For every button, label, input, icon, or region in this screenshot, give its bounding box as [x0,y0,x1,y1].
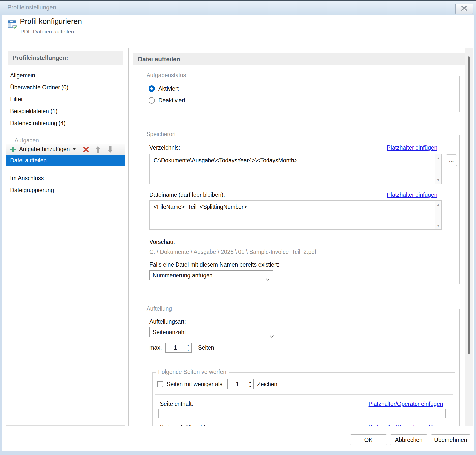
sidebar-item-dateigruppierung[interactable]: Dateigruppierung [6,184,125,196]
ellipsis-icon: ... [449,157,454,164]
delete-x-icon [82,146,89,153]
triangle-up-icon[interactable]: ▲ [435,203,441,207]
min-chars-unit-label: Zeichen [257,381,277,388]
chevron-down-icon [266,274,270,284]
scrollbar-thumb[interactable] [468,56,470,354]
apply-button[interactable]: Übernehmen [431,434,470,445]
split-type-label: Aufteilungsart: [149,318,186,325]
triangle-down-icon[interactable]: ▼ [435,224,441,228]
page-title: Profil konfigurieren [20,17,82,26]
titlebar: Profileinstellungen [0,1,476,15]
section-title: Datei aufteilen [133,53,465,65]
sidebar-item-allgemein[interactable]: Allgemein [6,69,125,81]
close-icon [461,6,467,12]
tasks-toolbar: Aufgabe hinzufügen [6,144,125,155]
placeholder-operator-link-not-contains[interactable]: Platzhalter/Operator einfügen [369,424,443,426]
page-contains-label: Seite enthält: [160,401,193,407]
sidebar-item-beispieldateien[interactable]: Beispieldateien (1) [6,105,125,117]
group-seiten-verwerfen-legend: Folgende Seiten verwerfen [156,369,229,375]
ok-button[interactable]: OK [350,434,387,445]
group-aufgabenstatus: Aufgabenstatus Aktiviert Deaktiviert [141,76,460,112]
radio-selected-icon[interactable] [149,85,155,92]
move-task-up-button[interactable] [95,146,101,153]
sidebar-item-datenextrahierung[interactable]: Datenextrahierung (4) [6,117,125,129]
min-chars-spinner[interactable]: 1 ▲ ▼ [227,379,254,389]
main-header-band: Datei aufteilen [133,53,465,65]
profile-settings-dialog: Profileinstellungen Profil konfigurieren… [0,0,476,455]
spinner-up-button[interactable]: ▲ [247,379,253,384]
preview-path: C: \ Dokumente \ Ausgabe \ 2026 \ 01 \ S… [149,249,316,255]
spinner-up-button[interactable]: ▲ [185,343,191,348]
close-button[interactable] [455,4,473,14]
placeholder-operator-link-contains[interactable]: Platzhalter/Operator einfügen [369,401,443,407]
panel-divider [128,48,129,426]
file-exists-label: Falls eine Datei mit diesem Namen bereit… [149,261,279,268]
directory-label: Verzeichnis: [149,144,180,151]
spinner-down-button[interactable]: ▼ [247,384,253,389]
radio-unselected-icon[interactable] [149,97,155,104]
group-aufgabenstatus-legend: Aufgabenstatus [144,72,189,79]
max-pages-spinner[interactable]: 1 ▲ ▼ [165,343,192,353]
page-not-contains-label: Seite enthält nicht: [160,424,207,426]
textbox-scrollbar[interactable]: ▲ ▼ [435,154,441,184]
contains-panel: Seite enthält: Platzhalter/Operator einf… [155,394,453,426]
filename-label: Dateiname (darf leer bleiben): [149,192,225,198]
delete-task-button[interactable] [82,146,89,153]
window-title: Profileinstellungen [7,1,56,14]
group-aufteilung: Aufteilung Aufteilungsart: Seitenanzahl … [141,309,460,426]
textbox-scrollbar[interactable]: ▲ ▼ [435,201,441,229]
triangle-up-icon[interactable]: ▲ [435,156,441,160]
sidebar: Profileinstellungen: Allgemein Überwacht… [6,48,125,426]
add-task-button[interactable]: Aufgabe hinzufügen [10,146,76,153]
main-scrollbar[interactable] [465,48,473,426]
file-exists-value: Nummerierung anfügen [153,272,213,279]
min-chars-label: Seiten mit weniger als [167,381,222,388]
sidebar-item-ueberwachte-ordner[interactable]: Überwachte Ordner (0) [6,81,125,93]
max-unit-label: Seiten [198,344,214,351]
file-exists-select[interactable]: Nummerierung anfügen [149,270,273,280]
placeholder-insert-link-directory[interactable]: Platzhalter einfügen [387,144,437,151]
spinner-buttons: ▲ ▼ [185,343,191,352]
max-pages-value[interactable]: 1 [166,343,185,352]
sidebar-item-filter[interactable]: Filter [6,93,125,105]
directory-value: C:\Dokumente\Ausgabe\<TodaysYear4>\<Toda… [154,157,298,163]
preview-label: Vorschau: [149,239,175,245]
group-aufteilung-legend: Aufteilung [144,305,174,312]
radio-aktiviert-label: Aktiviert [158,85,179,92]
group-seiten-verwerfen: Folgende Seiten verwerfen Seiten mit wen… [152,372,455,426]
page-subtitle: PDF-Dateien aufteilen [20,29,74,35]
radio-deaktiviert-label: Deaktiviert [158,97,185,104]
triangle-down-icon[interactable]: ▼ [435,178,441,182]
filename-value: <FileName>_Teil_<SplittingNumber> [154,204,247,210]
radio-deaktiviert[interactable]: Deaktiviert [149,97,185,104]
sidebar-item-im-anschluss[interactable]: Im Anschluss [6,172,125,184]
radio-aktiviert[interactable]: Aktiviert [149,85,179,92]
add-task-label: Aufgabe hinzufügen [19,146,70,153]
arrow-up-icon [95,146,101,153]
tasks-divider [12,170,89,170]
placeholder-insert-link-filename[interactable]: Platzhalter einfügen [387,192,437,198]
main-panel: Datei aufteilen Aufgabenstatus Aktiviert… [133,48,465,426]
split-type-select[interactable]: Seitenanzahl [149,327,277,337]
split-type-value: Seitenanzahl [153,329,186,335]
spinner-down-button[interactable]: ▼ [185,348,191,352]
cancel-button[interactable]: Abbrechen [390,434,427,445]
spinner-buttons: ▲ ▼ [247,379,253,389]
arrow-down-icon [107,146,114,153]
browse-directory-button[interactable]: ... [446,154,457,166]
min-chars-checkbox[interactable] [157,381,163,387]
max-label: max. [149,344,162,351]
page-contains-input[interactable] [158,409,446,418]
move-task-down-button[interactable] [107,146,114,153]
filename-input[interactable]: <FileName>_Teil_<SplittingNumber> ▲ ▼ [149,200,442,230]
min-chars-value[interactable]: 1 [228,379,247,389]
profile-window-icon [7,20,17,30]
sidebar-header: Profileinstellungen: [8,51,123,65]
task-item-datei-aufteilen-selected[interactable]: Datei aufteilen [6,155,125,166]
plus-icon [10,146,17,153]
group-speicherort-legend: Speicherort [144,131,178,138]
chevron-down-icon [270,331,274,340]
directory-input[interactable]: C:\Dokumente\Ausgabe\<TodaysYear4>\<Toda… [149,154,442,184]
min-chars-row: Seiten mit weniger als 1 ▲ ▼ Zeichen [157,379,277,389]
max-pages-row: max. 1 ▲ ▼ Seiten [149,343,214,353]
